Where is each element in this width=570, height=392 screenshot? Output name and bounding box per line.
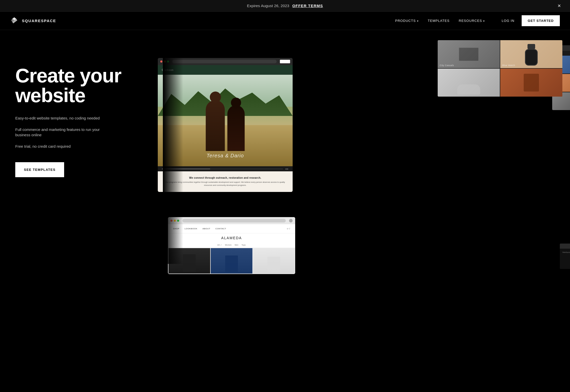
watch-band <box>528 44 535 49</box>
product-shirt-white <box>253 248 295 274</box>
chevron-down-icon: ▾ <box>483 20 485 22</box>
alameda-nav-contact: Contact <box>215 228 226 230</box>
alameda-site-title: Alameda <box>170 236 293 240</box>
squarespace-logo-icon <box>10 16 19 25</box>
logo-text: SQUARESPACE <box>22 19 56 23</box>
browser-preview-btn <box>280 60 290 63</box>
filter-men: Men <box>235 244 238 246</box>
filter-all: All ✓ <box>217 244 222 246</box>
filter-tops: Tops <box>241 244 246 246</box>
nav-actions: LOG IN GET STARTED <box>497 15 560 26</box>
hero-feature-3: Free trial, no credit card required <box>15 144 112 149</box>
laptop-thumb: City Casuals <box>438 40 500 68</box>
alameda-screenshot: Shop Lookbook About Contact ⊙ ▽ Alameda … <box>168 217 295 274</box>
product-grid: City Casuals Blue Watch <box>438 40 562 97</box>
ventura-content: Ventura <box>560 249 570 269</box>
product-shirt-blue <box>211 248 252 274</box>
browser-url-bar <box>172 60 277 63</box>
close-dot <box>160 61 162 63</box>
announcement-text: Expires August 26, 2023 <box>247 4 289 8</box>
alameda-nav: Shop Lookbook About Contact ⊙ ▽ <box>168 224 295 233</box>
hero-feature-2: Full commerce and marketing features to … <box>15 127 112 138</box>
get-started-button[interactable]: GET STARTED <box>522 15 560 26</box>
hero-left: Create your website Easy-to-edit website… <box>15 45 148 177</box>
jacket-thumb <box>500 69 562 97</box>
alameda-products <box>168 248 295 274</box>
hero-section: Create your website Easy-to-edit website… <box>0 30 570 392</box>
nav-link-products[interactable]: PRODUCTS ▾ <box>391 12 423 30</box>
progress-controls: ◀ ▶ <box>285 168 289 170</box>
hero-features: Easy-to-edit website templates, no codin… <box>15 115 148 149</box>
announcement-close-button[interactable]: × <box>556 2 562 10</box>
nav-link-templates[interactable]: TEMPLATES <box>423 12 454 30</box>
nav-link-resources[interactable]: RESOURCES ▾ <box>454 12 490 30</box>
top-screenshots: City Casuals Blue Watch <box>438 40 562 97</box>
alameda-settings-icon <box>289 219 293 222</box>
alameda-nav-about: About <box>203 228 210 230</box>
alameda-url-bar <box>182 219 286 222</box>
ventura-screenshot: Ventura <box>560 244 570 269</box>
announcement-bar: Expires August 26, 2023 OFFER TERMS × <box>0 0 570 12</box>
alameda-filters: All ✓ Women Men Tops <box>168 243 295 248</box>
shoes-thumb <box>438 69 500 97</box>
main-nav: SQUARESPACE PRODUCTS ▾ TEMPLATES RESOURC… <box>0 12 570 30</box>
nav-links: PRODUCTS ▾ TEMPLATES RESOURCES ▾ <box>391 12 490 30</box>
couple-name: Teresa & Dario <box>207 153 244 159</box>
ventura-label: Ventura <box>562 251 570 253</box>
see-templates-button[interactable]: SEE TEMPLATES <box>15 162 64 177</box>
filter-women: Women <box>225 244 232 246</box>
watch-shape <box>525 49 538 66</box>
offer-terms-link[interactable]: OFFER TERMS <box>292 4 323 8</box>
alameda-cart-icon: ⊙ ▽ <box>287 228 290 230</box>
alameda-title-area: Alameda <box>168 233 295 243</box>
logo[interactable]: SQUARESPACE <box>10 16 56 25</box>
left-fade-overlay <box>163 45 183 264</box>
chevron-down-icon: ▾ <box>417 20 419 22</box>
alameda-nav-lookbook: Lookbook <box>184 228 197 230</box>
product-label-1: City Casuals <box>440 64 454 67</box>
hero-feature-1: Easy-to-edit website templates, no codin… <box>15 115 112 121</box>
hero-title: Create your website <box>15 66 148 105</box>
watch-thumb: Blue Watch <box>500 40 562 68</box>
hero-screenshots: City Casuals Blue Watch <box>163 45 560 264</box>
alameda-chrome <box>168 217 295 224</box>
product-label-2: Blue Watch <box>502 64 515 67</box>
login-button[interactable]: LOG IN <box>497 19 519 23</box>
ventura-chrome <box>560 244 570 249</box>
